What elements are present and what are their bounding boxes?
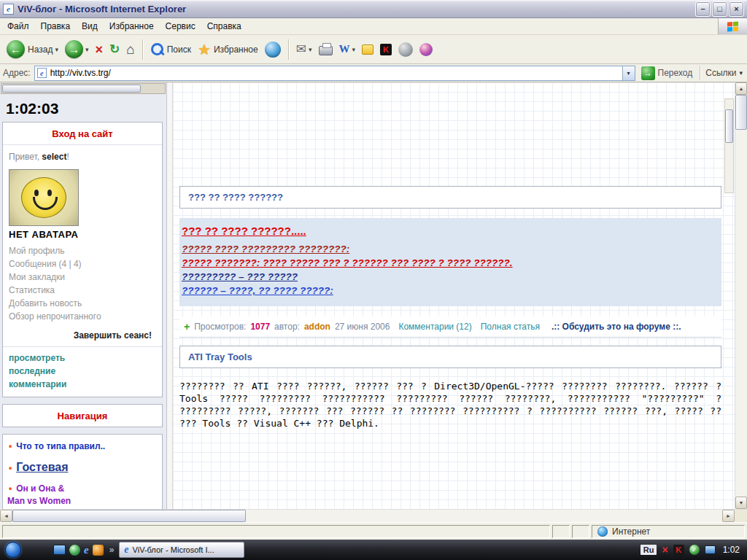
search-button[interactable]: Поиск (147, 37, 194, 62)
logout-link[interactable]: Завершить сеанс! (3, 323, 162, 346)
minimize-button[interactable]: – (695, 1, 711, 17)
page-main-frame: ??? ?? ???? ?????? ??? ?? ???? ??????...… (173, 82, 735, 509)
post-line[interactable]: ????? ???????: ???? ????? ??? ? ?????? ?… (182, 256, 719, 270)
vertical-scroll-track[interactable] (735, 130, 747, 497)
status-message-panel (2, 525, 550, 538)
author-link[interactable]: addon (304, 322, 330, 332)
quick-link-comments[interactable]: комментарии (3, 378, 162, 391)
close-button[interactable]: × (729, 1, 744, 17)
sidebar-item-unread[interactable]: Обзор непрочитанного (3, 310, 162, 323)
address-input[interactable]: e http://viv.tvs.trg/ ▾ (34, 66, 635, 81)
go-arrow-icon: → (641, 66, 655, 80)
antivirus-button[interactable]: K (377, 37, 395, 62)
scroll-left-button[interactable]: ◄ (0, 510, 12, 522)
vertical-scroll-thumb[interactable] (735, 95, 747, 130)
horizontal-scroll-thumb[interactable] (12, 510, 246, 522)
discuss-button[interactable] (359, 37, 376, 62)
mail-button[interactable]: ✉ ▾ (293, 37, 315, 62)
menu-edit[interactable]: Правка (35, 18, 77, 34)
favorites-button[interactable]: ★ Избранное (195, 37, 261, 62)
post-line[interactable]: ????????? – ??? ????? (182, 270, 719, 284)
messenger-button[interactable] (417, 37, 436, 62)
section-header: ??? ?? ???? ?????? (179, 186, 721, 209)
edit-button[interactable]: W ▾ (336, 37, 359, 62)
nav-item-he-and-she[interactable]: • Он и Она & (6, 481, 159, 496)
status-zone-text: Интернет (612, 526, 650, 537)
forward-dropdown-icon[interactable]: ▾ (85, 46, 89, 53)
login-panel: Вход на сайт Привет, select! НЕТ АВАТАРА… (2, 122, 163, 397)
ie-quick-launch-icon[interactable]: e (84, 544, 89, 556)
address-dropdown-icon[interactable]: ▾ (622, 66, 635, 80)
maximize-button[interactable]: □ (712, 1, 727, 17)
media-quick-launch-icon[interactable] (93, 545, 104, 556)
scroll-down-button[interactable]: ▼ (735, 497, 747, 509)
horizontal-scrollbar[interactable]: ◄ ► (0, 509, 747, 522)
sidebar-scroll-thumb[interactable] (2, 85, 141, 93)
nav-item-man-vs-women[interactable]: Man vs Women (6, 496, 159, 508)
post-line[interactable]: ?????? – ????, ?? ???? ?????: (182, 284, 719, 298)
inner-frame-scrollbar[interactable] (724, 98, 734, 193)
full-article-link[interactable]: Полная статья (481, 322, 540, 332)
menu-tools[interactable]: Сервис (160, 18, 201, 34)
links-dropdown-icon[interactable]: ▾ (739, 69, 743, 77)
expand-plus-icon[interactable]: + (184, 321, 190, 332)
sidebar-item-profile[interactable]: Мой профиль (3, 244, 162, 257)
forum-discussion-link[interactable]: .:: Обсудить это на форуме ::. (551, 322, 681, 332)
quick-link-latest[interactable]: последние (3, 365, 162, 378)
tray-kaspersky-icon[interactable]: K (673, 545, 684, 556)
horizontal-scroll-track[interactable] (246, 510, 722, 522)
tray-red-x-icon[interactable]: × (662, 544, 667, 556)
greeting-text: Привет, select! (3, 145, 162, 165)
sidebar-item-bookmarks[interactable]: Мои закладки (3, 271, 162, 284)
menu-file[interactable]: Файл (1, 18, 35, 34)
show-desktop-icon[interactable] (53, 545, 66, 555)
nav-item-label[interactable]: Гостевая (16, 461, 68, 474)
quick-launch-overflow-icon[interactable]: » (109, 545, 115, 555)
sidebar-item-statistics[interactable]: Статистика (3, 284, 162, 297)
home-button[interactable]: ⌂ (123, 37, 137, 62)
menu-bar: Файл Правка Вид Избранное Сервис Справка (0, 18, 747, 35)
tray-shield-icon[interactable]: ✓ (689, 545, 700, 555)
address-value[interactable]: http://viv.tvs.trg/ (50, 68, 622, 78)
post-line[interactable]: ????? ???? ????????? ????????: (182, 242, 719, 256)
stop-button[interactable]: × (92, 37, 106, 62)
nav-item-label[interactable]: Что то типа правил.. (16, 441, 105, 451)
taskbar-window-button[interactable]: e ViV-блог - Microsoft I... (119, 542, 244, 558)
go-label: Переход (658, 68, 693, 78)
menu-favorites[interactable]: Избранное (104, 18, 160, 34)
start-button[interactable] (5, 542, 21, 558)
post-title-link[interactable]: ??? ?? ???? ??????..... (182, 225, 719, 237)
greeting-prefix: Привет, (9, 152, 42, 162)
scroll-right-button[interactable]: ► (722, 510, 735, 522)
language-indicator[interactable]: Ru (640, 545, 657, 555)
media-button[interactable] (262, 37, 284, 62)
go-button[interactable]: → Переход (639, 66, 695, 80)
quick-link-view[interactable]: просмотреть (3, 351, 162, 365)
vertical-scrollbar[interactable]: ▲ ▼ (735, 82, 747, 509)
help-globe-button[interactable] (395, 37, 416, 62)
forward-button[interactable]: → ▾ (62, 37, 92, 62)
tray-display-icon[interactable] (705, 545, 716, 554)
post-date: 27 июня 2006 (335, 322, 390, 332)
nav-item-guestbook[interactable]: • Гостевая (6, 454, 159, 481)
refresh-button[interactable]: ↻ (107, 37, 123, 62)
sidebar-item-add-news[interactable]: Добавить новость (3, 297, 162, 310)
menu-help[interactable]: Справка (201, 18, 247, 34)
messenger-icon (419, 43, 433, 56)
nav-item-rules[interactable]: • Что то типа правил.. (6, 439, 159, 454)
nav-item-label[interactable]: Он и Она & (16, 483, 64, 494)
edit-dropdown-icon[interactable]: ▾ (352, 46, 356, 53)
nav-item-pictures[interactable]: • Картинки, flash, (6, 508, 159, 509)
links-toolbar[interactable]: Ссылки ▾ (705, 68, 744, 78)
print-button[interactable] (316, 37, 336, 62)
back-dropdown-icon[interactable]: ▾ (55, 46, 58, 53)
sidebar-top-scrollbar[interactable] (1, 83, 166, 94)
mail-dropdown-icon[interactable]: ▾ (309, 46, 312, 53)
scroll-up-button[interactable]: ▲ (735, 82, 747, 95)
quick-launch-icon[interactable] (69, 545, 80, 556)
back-button[interactable]: ← Назад ▾ (4, 37, 61, 62)
sidebar-item-messages[interactable]: Сообщения (4 | 4) (3, 257, 162, 271)
menu-view[interactable]: Вид (76, 18, 104, 34)
comments-link[interactable]: Комментарии (12) (398, 322, 471, 332)
inner-scroll-thumb[interactable] (725, 109, 733, 143)
